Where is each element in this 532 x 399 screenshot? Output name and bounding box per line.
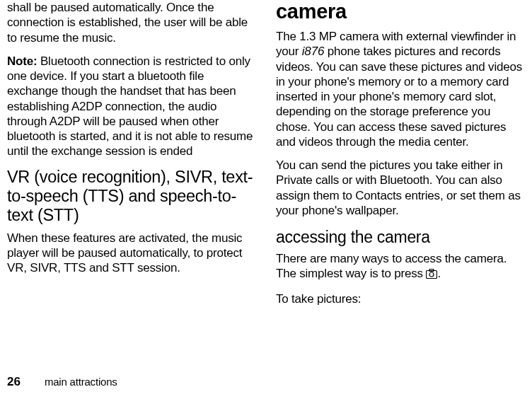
right-paragraph-4: To take pictures: bbox=[276, 291, 525, 306]
model-name: i876 bbox=[302, 45, 324, 58]
note-text: Bluetooth connection is restricted to on… bbox=[7, 54, 253, 158]
note-label: Note: bbox=[7, 54, 37, 68]
right-column: camera The 1.3 MP camera with external v… bbox=[276, 0, 525, 315]
right-paragraph-2: You can send the pictures you take eithe… bbox=[276, 158, 525, 218]
left-subhead: VR (voice recognition), SIVR, text-to-sp… bbox=[7, 168, 256, 225]
right-paragraph-1: The 1.3 MP camera with external viewfind… bbox=[276, 29, 525, 149]
svg-rect-0 bbox=[427, 271, 437, 279]
right-paragraph-3: There are many ways to access the camera… bbox=[276, 251, 525, 283]
footer: 26 main attractions bbox=[7, 375, 117, 389]
camera-icon bbox=[426, 267, 437, 282]
accessing-camera-subheading: accessing the camera bbox=[276, 228, 525, 247]
left-column: shall be paused automatically. Once the … bbox=[7, 0, 256, 315]
left-paragraph-2: When these features are activated, the m… bbox=[7, 231, 256, 276]
right-p3-a: There are many ways to access the camera… bbox=[276, 252, 507, 280]
camera-heading: camera bbox=[276, 0, 525, 23]
left-paragraph-1: shall be paused automatically. Once the … bbox=[7, 0, 256, 45]
page-content: shall be paused automatically. Once the … bbox=[0, 0, 532, 315]
footer-section-label: main attractions bbox=[45, 376, 117, 388]
right-p3-b: . bbox=[437, 267, 441, 280]
page-number: 26 bbox=[7, 375, 21, 389]
left-note: Note: Bluetooth connection is restricted… bbox=[7, 54, 256, 159]
right-p1-b: phone takes pictures and records videos.… bbox=[276, 45, 522, 149]
svg-point-2 bbox=[429, 272, 434, 277]
